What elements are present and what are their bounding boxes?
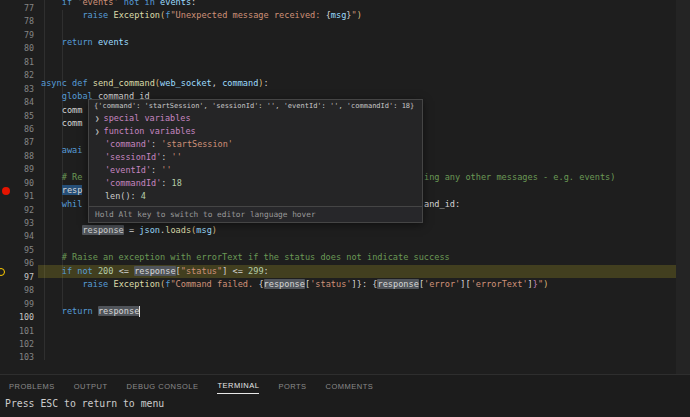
tooltip-value-summary: {'command': 'startSession', 'sessionId':… [89, 100, 422, 112]
code-line[interactable]: 96 # Raise an exception with errorText i… [0, 251, 690, 264]
variable-name: 'sessionId' [105, 152, 161, 162]
code-editor[interactable]: 77 if 'events' not in events:78 raise Ex… [0, 0, 690, 374]
code-text: raise Exception(f"Unexpected message rec… [41, 9, 362, 22]
gutter[interactable]: 91 [0, 184, 36, 197]
panel-tab-bar: PROBLEMSOUTPUTDEBUG CONSOLETERMINALPORTS… [0, 375, 690, 396]
gutter[interactable]: 103 [0, 345, 36, 358]
code-line[interactable]: 79 [0, 23, 690, 36]
code-text: return events [41, 36, 129, 49]
gutter[interactable]: 100 [0, 305, 36, 318]
tooltip-footer-hint: Hold Alt key to switch to editor languag… [89, 206, 422, 222]
debug-hover-tooltip[interactable]: {'command': 'startSession', 'sessionId':… [88, 99, 423, 223]
gutter[interactable]: 77 [0, 0, 36, 9]
variable-value: 'startSession' [161, 139, 233, 149]
code-line[interactable]: 101 [0, 319, 690, 332]
gutter[interactable]: 84 [0, 90, 36, 103]
code-line[interactable]: 100 return response [0, 305, 690, 318]
tooltip-variable-row[interactable]: 'sessionId': '' [89, 151, 422, 164]
gutter[interactable]: 89 [0, 157, 36, 170]
chevron-right-icon[interactable]: ❯ [95, 114, 100, 123]
gutter[interactable]: 97 [0, 265, 36, 278]
gutter[interactable]: 92 [0, 198, 36, 211]
code-text: async def send_command(web_socket, comma… [41, 77, 269, 90]
panel-tab-terminal[interactable]: TERMINAL [217, 377, 259, 394]
tooltip-variable-row[interactable]: len(): 4 [89, 190, 422, 203]
code-line[interactable]: 81 [0, 50, 690, 63]
gutter[interactable]: 93 [0, 211, 36, 224]
gutter[interactable]: 82 [0, 63, 36, 76]
tooltip-group-function-variables[interactable]: ❯function variables [89, 125, 422, 138]
variable-value: 18 [172, 178, 182, 188]
code-line[interactable]: 78 raise Exception(f"Unexpected message … [0, 9, 690, 22]
text-caret [139, 306, 140, 317]
gutter[interactable]: 81 [0, 50, 36, 63]
code-line[interactable]: 77 if 'events' not in events: [0, 0, 690, 9]
code-text-after-tooltip: ing any other messages - e.g. events) [424, 171, 615, 184]
gutter[interactable]: 94 [0, 224, 36, 237]
code-text-after-tooltip: and_id: [424, 198, 460, 211]
panel-tab-debug-console[interactable]: DEBUG CONSOLE [127, 378, 199, 394]
gutter[interactable]: 96 [0, 251, 36, 264]
code-line[interactable]: 99 [0, 292, 690, 305]
tooltip-group-special-variables[interactable]: ❯special variables [89, 112, 422, 125]
code-text: response = json.loads(msg) [41, 224, 217, 237]
bottom-panel: PROBLEMSOUTPUTDEBUG CONSOLETERMINALPORTS… [0, 374, 690, 417]
code-text: resp [41, 184, 82, 197]
terminal-output[interactable]: Press ESC to return to menu [0, 398, 690, 409]
panel-tab-problems[interactable]: PROBLEMS [9, 378, 55, 394]
gutter[interactable]: 87 [0, 130, 36, 143]
tooltip-rows: ❯special variables❯function variables'co… [89, 112, 422, 203]
code-text: comm [41, 117, 82, 130]
code-line[interactable]: 103 [0, 345, 690, 358]
tooltip-variable-row[interactable]: 'command': 'startSession' [89, 138, 422, 151]
panel-tab-output[interactable]: OUTPUT [74, 378, 108, 394]
variable-name: 'commandId' [105, 178, 161, 188]
gutter[interactable]: 79 [0, 23, 36, 36]
tooltip-variable-row[interactable]: 'eventId': '' [89, 164, 422, 177]
vscode-window: 77 if 'events' not in events:78 raise Ex… [0, 0, 690, 417]
tooltip-variable-row[interactable]: 'commandId': 18 [89, 177, 422, 190]
code-line[interactable]: 97 if not 200 <= response["status"] <= 2… [0, 265, 690, 278]
variable-value: '' [172, 152, 182, 162]
gutter[interactable]: 98 [0, 278, 36, 291]
gutter[interactable]: 85 [0, 104, 36, 117]
variable-value: 4 [141, 191, 146, 201]
chevron-right-icon[interactable]: ❯ [95, 127, 100, 136]
code-line[interactable]: 98 raise Exception(f"Command failed. {re… [0, 278, 690, 291]
code-text: # Re [41, 171, 82, 184]
code-text: raise Exception(f"Command failed. {respo… [41, 278, 548, 291]
editor-scrollbar[interactable] [676, 0, 690, 374]
code-text: awai [41, 144, 82, 157]
code-line[interactable]: 82 [0, 63, 690, 76]
variable-name: 'eventId' [105, 165, 151, 175]
code-line[interactable]: 95 [0, 238, 690, 251]
gutter[interactable]: 99 [0, 292, 36, 305]
gutter[interactable]: 86 [0, 117, 36, 130]
variable-name: 'command' [105, 139, 151, 149]
code-text: if 'events' not in events: [41, 0, 196, 9]
variable-name: len() [105, 191, 131, 201]
gutter[interactable]: 95 [0, 238, 36, 251]
code-line[interactable]: 83async def send_command(web_socket, com… [0, 77, 690, 90]
gutter[interactable]: 102 [0, 332, 36, 345]
gutter[interactable]: 80 [0, 36, 36, 49]
variable-value: '' [161, 165, 171, 175]
panel-tab-ports[interactable]: PORTS [278, 378, 306, 394]
gutter[interactable]: 90 [0, 171, 36, 184]
code-text: # Raise an exception with errorText if t… [41, 251, 450, 264]
code-line[interactable]: 94 response = json.loads(msg) [0, 224, 690, 237]
gutter[interactable]: 83 [0, 77, 36, 90]
code-text: comm [41, 104, 82, 117]
gutter[interactable]: 78 [0, 9, 36, 22]
code-text: whil [41, 198, 82, 211]
code-line[interactable]: 80 return events [0, 36, 690, 49]
code-line[interactable]: 102 [0, 332, 690, 345]
gutter[interactable]: 88 [0, 144, 36, 157]
gutter[interactable]: 101 [0, 319, 36, 332]
panel-tab-comments[interactable]: COMMENTS [326, 378, 374, 394]
code-text: if not 200 <= response["status"] <= 299: [41, 265, 269, 278]
line-number: 103 [0, 351, 36, 364]
code-text: return response [41, 305, 140, 318]
